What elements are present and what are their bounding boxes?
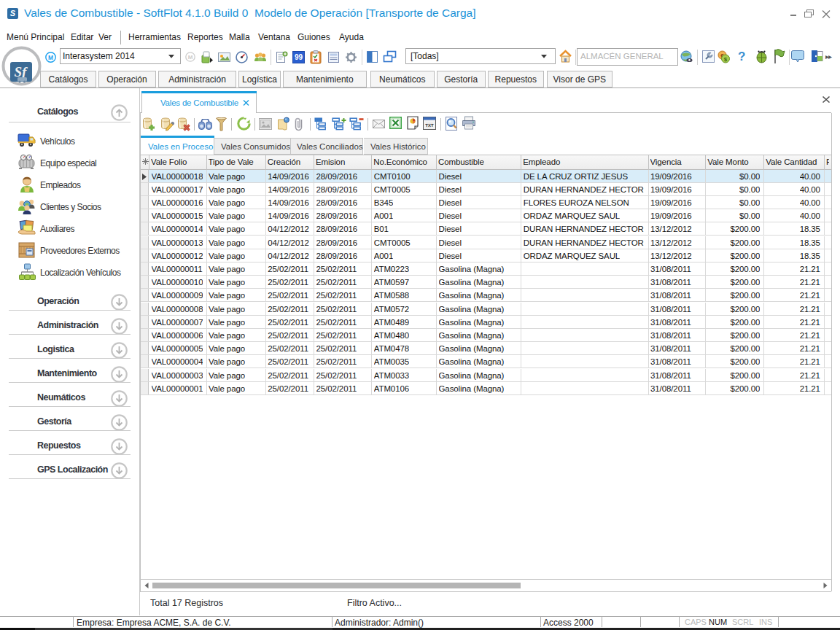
svg-text:TXT: TXT: [425, 123, 434, 128]
svg-text:$: $: [724, 56, 728, 63]
svg-text:M: M: [188, 54, 193, 61]
svg-text:Sf: Sf: [15, 64, 28, 79]
svg-text:M: M: [47, 53, 52, 61]
